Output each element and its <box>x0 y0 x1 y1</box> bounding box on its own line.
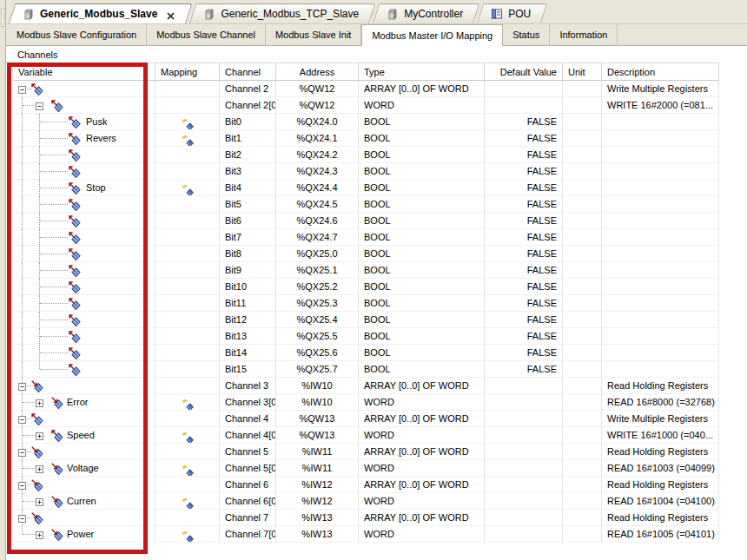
unit-cell[interactable] <box>563 147 602 163</box>
unit-cell[interactable] <box>563 97 602 114</box>
collapse-toggle-icon[interactable] <box>36 102 43 109</box>
channel-cell[interactable]: Channel 7 <box>220 510 276 526</box>
channel-cell[interactable]: Channel 6 <box>220 477 276 493</box>
type-cell[interactable]: BOOL <box>359 114 485 130</box>
type-cell[interactable]: WORD <box>359 394 485 411</box>
mapping-cell[interactable] <box>155 114 220 130</box>
table-row[interactable]: Channel 6%IW12ARRAY [0..0] OF WORDRead H… <box>12 477 719 493</box>
default-value-cell[interactable]: FALSE <box>485 196 563 213</box>
default-value-cell[interactable]: FALSE <box>485 279 563 295</box>
unit-cell[interactable] <box>563 345 602 361</box>
channel-cell[interactable]: Channel 6[0] <box>220 493 276 510</box>
editor-tab-information[interactable]: Information <box>550 24 618 45</box>
table-row[interactable]: Bit14%QX25.6BOOLFALSE <box>12 345 719 361</box>
table-row[interactable]: Channel 7%IW13ARRAY [0..0] OF WORDRead H… <box>12 510 719 526</box>
table-row[interactable]: Channel 3%IW10ARRAY [0..0] OF WORDRead H… <box>12 378 719 394</box>
column-header-mapping[interactable]: Mapping <box>155 63 220 81</box>
channel-cell[interactable]: Bit10 <box>220 279 276 295</box>
description-cell[interactable] <box>602 312 719 328</box>
unit-cell[interactable] <box>563 130 602 147</box>
type-cell[interactable]: BOOL <box>359 295 485 312</box>
default-value-cell[interactable] <box>485 493 563 510</box>
variable-cell[interactable] <box>13 328 155 345</box>
channel-cell[interactable]: Channel 4[0] <box>220 427 276 444</box>
type-cell[interactable]: BOOL <box>359 163 485 180</box>
address-cell[interactable]: %QX25.4 <box>276 312 359 328</box>
address-cell[interactable]: %QW12 <box>276 97 359 114</box>
mapping-cell[interactable] <box>155 345 220 361</box>
mapping-cell[interactable] <box>155 444 220 460</box>
address-cell[interactable]: %QX24.6 <box>276 213 359 229</box>
variable-cell[interactable] <box>13 378 155 394</box>
description-cell[interactable] <box>602 361 719 378</box>
description-cell[interactable] <box>602 196 719 213</box>
expand-toggle-icon[interactable] <box>36 432 43 439</box>
address-cell[interactable]: %QW13 <box>276 427 359 444</box>
default-value-cell[interactable] <box>485 477 563 493</box>
collapse-toggle-icon[interactable] <box>18 85 26 93</box>
address-cell[interactable]: %QX25.5 <box>276 328 359 345</box>
channel-cell[interactable]: Channel 4 <box>220 411 276 427</box>
table-row[interactable]: Channel 2%QW12ARRAY [0..0] OF WORDWrite … <box>12 81 719 97</box>
type-cell[interactable]: BOOL <box>359 328 485 345</box>
document-tab-mycontroller[interactable]: MyController <box>373 3 473 23</box>
table-row[interactable]: Channel 4%QW13ARRAY [0..0] OF WORDWrite … <box>12 411 719 427</box>
unit-cell[interactable] <box>563 246 602 262</box>
channel-cell[interactable]: Bit5 <box>220 196 276 213</box>
variable-cell[interactable] <box>13 312 155 328</box>
collapse-toggle-icon[interactable] <box>18 481 26 489</box>
expand-toggle-icon[interactable] <box>36 530 43 538</box>
mapping-cell[interactable] <box>155 97 220 114</box>
unit-cell[interactable] <box>563 279 602 295</box>
table-row[interactable]: Bit8%QX25.0BOOLFALSE <box>12 246 719 262</box>
variable-cell[interactable] <box>13 196 155 213</box>
default-value-cell[interactable] <box>485 526 563 543</box>
channel-cell[interactable]: Channel 5[0] <box>220 460 276 477</box>
default-value-cell[interactable]: FALSE <box>485 361 563 378</box>
address-cell[interactable]: %QX25.2 <box>276 279 359 295</box>
description-cell[interactable]: Read Holding Registers <box>602 444 719 460</box>
table-row[interactable]: Bit15%QX25.7BOOLFALSE <box>12 361 719 378</box>
variable-cell[interactable] <box>13 163 155 180</box>
unit-cell[interactable] <box>563 312 602 328</box>
address-cell[interactable]: %IW13 <box>276 510 359 526</box>
default-value-cell[interactable] <box>485 460 563 477</box>
description-cell[interactable] <box>602 229 719 246</box>
description-cell[interactable] <box>602 279 719 295</box>
editor-tab-modbus-slave-channel[interactable]: Modbus Slave Channel <box>147 24 266 45</box>
variable-cell[interactable] <box>13 295 155 312</box>
mapping-cell[interactable] <box>155 378 220 394</box>
variable-cell[interactable] <box>13 262 155 279</box>
channel-cell[interactable]: Channel 7[0] <box>220 526 276 543</box>
column-header-channel[interactable]: Channel <box>220 63 276 81</box>
table-row[interactable]: Bit9%QX25.1BOOLFALSE <box>12 262 719 279</box>
address-cell[interactable]: %IW12 <box>276 493 359 510</box>
unit-cell[interactable] <box>563 114 602 130</box>
address-cell[interactable]: %IW13 <box>276 526 359 543</box>
type-cell[interactable]: BOOL <box>359 312 485 328</box>
address-cell[interactable]: %QX25.0 <box>276 246 359 262</box>
mapping-cell[interactable] <box>155 411 220 427</box>
description-cell[interactable] <box>602 163 719 180</box>
default-value-cell[interactable]: FALSE <box>485 147 563 163</box>
description-cell[interactable] <box>602 246 719 262</box>
default-value-cell[interactable]: FALSE <box>485 114 563 130</box>
table-row[interactable]: ReversBit1%QX24.1BOOLFALSE <box>12 130 719 147</box>
variable-cell[interactable]: Revers <box>13 130 155 147</box>
variable-cell[interactable]: Speed <box>13 427 155 444</box>
address-cell[interactable]: %QX25.7 <box>276 361 359 378</box>
mapping-cell[interactable] <box>155 328 220 345</box>
variable-cell[interactable] <box>13 444 155 460</box>
column-header-variable[interactable]: Variable <box>13 63 155 81</box>
type-cell[interactable]: BOOL <box>359 246 485 262</box>
channel-cell[interactable]: Channel 3 <box>220 378 276 394</box>
table-row[interactable]: ErrorChannel 3[0]%IW10WORDREAD 16#8000 (… <box>12 394 719 411</box>
variable-cell[interactable]: Power <box>13 526 155 543</box>
mapping-cell[interactable] <box>155 279 220 295</box>
unit-cell[interactable] <box>563 180 602 196</box>
type-cell[interactable]: BOOL <box>359 130 485 147</box>
mapping-cell[interactable] <box>155 295 220 312</box>
mapping-cell[interactable] <box>155 312 220 328</box>
variable-cell[interactable] <box>13 229 155 246</box>
variable-cell[interactable] <box>13 97 155 114</box>
